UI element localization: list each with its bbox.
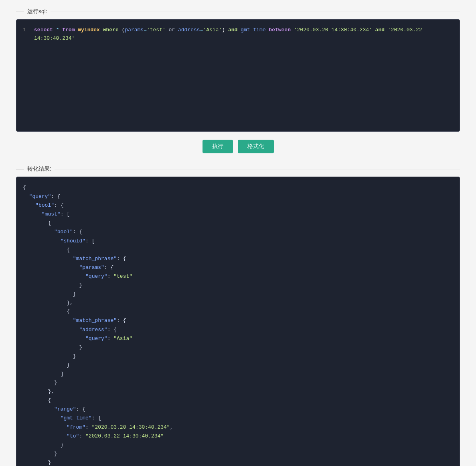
json-line: { xyxy=(23,183,453,192)
json-line: { xyxy=(23,396,453,405)
execute-button[interactable]: 执行 xyxy=(203,140,233,153)
json-line: "bool": { xyxy=(23,201,453,210)
sql-section-label: 运行sql: xyxy=(16,8,460,15)
sql-editor[interactable]: 1 select * from myindex where (params='t… xyxy=(16,19,460,132)
result-label-text: 转化结果: xyxy=(27,165,51,173)
sql-line-1: 1 select * from myindex where (params='t… xyxy=(23,26,453,43)
json-line: } xyxy=(23,290,453,299)
json-line: "query": "Asia" xyxy=(23,334,453,343)
action-buttons: 执行 格式化 xyxy=(16,140,460,153)
json-line: "params": { xyxy=(23,263,453,272)
json-line: } xyxy=(23,378,453,387)
json-line: "query": "test" xyxy=(23,272,453,281)
json-line: "match_phrase": { xyxy=(23,254,453,263)
json-line: "range": { xyxy=(23,405,453,414)
json-line: "address": { xyxy=(23,326,453,334)
json-line: { xyxy=(23,219,453,228)
format-button[interactable]: 格式化 xyxy=(238,140,274,153)
sql-label-text: 运行sql: xyxy=(27,8,47,15)
json-line: { xyxy=(23,307,453,316)
json-line: "gmt_time": { xyxy=(23,414,453,423)
json-line: }, xyxy=(23,387,453,396)
json-line: "must": [ xyxy=(23,210,453,219)
json-result-editor[interactable]: { "query": { "bool": { "must": [ { "bool… xyxy=(16,177,460,466)
json-line: } xyxy=(23,281,453,290)
json-line: } xyxy=(23,441,453,450)
json-line: } xyxy=(23,361,453,370)
json-line: } xyxy=(23,450,453,458)
json-line: "bool": { xyxy=(23,228,453,236)
json-line: } xyxy=(23,343,453,352)
json-line: ] xyxy=(23,370,453,378)
sql-code: select * from myindex where (params='tes… xyxy=(34,26,422,43)
json-line: }, xyxy=(23,299,453,307)
result-section-label: 转化结果: xyxy=(16,165,460,173)
json-line: } xyxy=(23,352,453,361)
json-line: "from": "2020.03.20 14:30:40.234", xyxy=(23,423,453,432)
json-line: { xyxy=(23,246,453,254)
json-line: "to": "2020.03.22 14:30:40.234" xyxy=(23,432,453,441)
json-line: } xyxy=(23,458,453,466)
json-line: "query": { xyxy=(23,192,453,201)
json-line: "match_phrase": { xyxy=(23,316,453,325)
line-number-1: 1 xyxy=(23,26,29,43)
json-line: "should": [ xyxy=(23,237,453,246)
